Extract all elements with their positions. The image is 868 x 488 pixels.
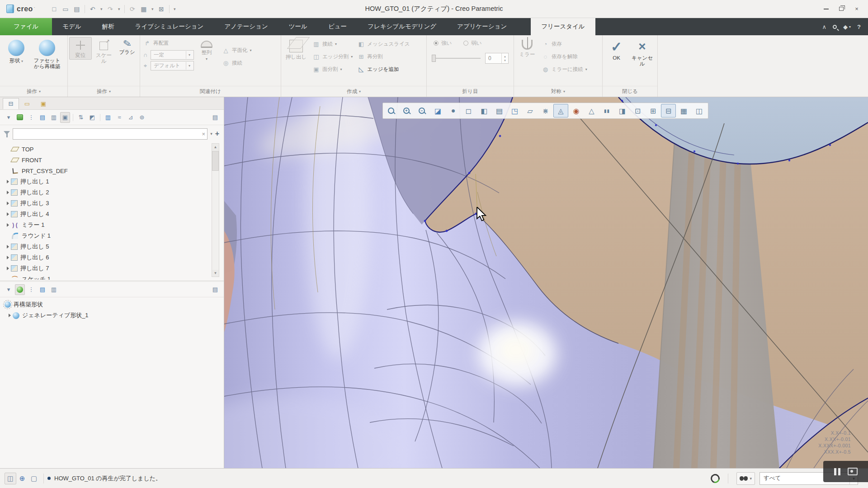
blank-page-button[interactable]: ▢ (28, 473, 40, 484)
show-next-button[interactable]: ◨ (615, 104, 630, 117)
tab-file[interactable]: ファイル (0, 18, 52, 35)
saved-orientations-button[interactable]: ▤ (492, 104, 507, 117)
filter-dropdown-caret[interactable]: ▾ (210, 131, 212, 136)
group-label-close[interactable]: 閉じる (603, 86, 657, 97)
tree-info-doc-button[interactable]: ▤ (210, 112, 220, 123)
tree-item-extrude-6[interactable]: 押し出し 6 (5, 252, 224, 263)
rebuild-detail-view-button[interactable]: ▥ (49, 284, 59, 295)
tree-filter-input[interactable]: × (13, 128, 208, 140)
tree-item-extrude-3[interactable]: 押し出し 3 (5, 198, 224, 209)
tree-columns-button[interactable]: ▣ (60, 112, 70, 123)
shading-style-button[interactable]: ● (446, 104, 461, 117)
rebuild-shape-header[interactable]: 再構築形状 (5, 299, 224, 310)
add-edge-button[interactable]: ◺ エッジを追加 (355, 63, 411, 75)
planarize-button[interactable]: △ 平面化▾ (220, 44, 254, 56)
cancel-button[interactable]: × キャンセル (630, 37, 655, 68)
tree-expand-caret[interactable]: ▾ (4, 112, 14, 123)
group-label-operations-2[interactable]: 操作▾ (68, 86, 140, 97)
zoom-in-button[interactable] (400, 104, 415, 117)
section-view-button[interactable]: ◧ (476, 104, 491, 117)
add-filter-button[interactable]: + (215, 130, 219, 138)
expander[interactable] (5, 180, 11, 183)
customize-qat-dropdown[interactable]: ▾ (172, 3, 178, 15)
expander[interactable] (5, 202, 11, 205)
tree-item-mirror-1[interactable]: ミラー 1 (5, 220, 224, 230)
tab-model-tree[interactable]: ⊟ (3, 98, 19, 109)
extrude-button[interactable]: 押し出し (283, 37, 310, 61)
expander[interactable] (5, 256, 11, 259)
rebuild-from-facet-button[interactable]: ファセットから再構築 (32, 37, 62, 71)
find-dropdown-caret[interactable]: ▾ (750, 476, 752, 481)
ok-button[interactable]: ✓ OK (606, 37, 627, 62)
learning-connector-icon[interactable]: ◆ ▾ (843, 23, 851, 30)
tree-item-top[interactable]: TOP (5, 144, 224, 155)
view-manager-button[interactable]: ◳ (507, 104, 522, 117)
tab-view[interactable]: ビュー (318, 18, 357, 35)
spin-center-button[interactable]: ◉ (569, 104, 584, 117)
connect-to-mirror-button[interactable]: ◍ ミラーに接続▾ (540, 63, 589, 75)
tree-options-dots[interactable]: ⋮ (26, 112, 36, 123)
tab-folder-browser[interactable]: ▭ (19, 98, 35, 109)
falloff-select[interactable]: 一定▾ (151, 50, 194, 60)
undo-dropdown[interactable]: ▾ (99, 3, 104, 15)
weak-radio[interactable]: 弱い (463, 40, 481, 47)
model-player-button[interactable]: ◫ (692, 104, 707, 117)
connect-create-button[interactable]: ▥ 接続▾ (311, 38, 354, 50)
tree-item-round-1[interactable]: ラウンド 1 (5, 230, 224, 241)
expander[interactable] (5, 245, 11, 249)
face-split-button[interactable]: ▣ 面分割▾ (311, 63, 354, 75)
rebuild-shape-button[interactable] (15, 284, 25, 295)
scale-button[interactable]: スケール (93, 37, 115, 66)
help-icon[interactable]: ? (857, 23, 861, 30)
tab-model[interactable]: モデル (52, 18, 91, 35)
video-thumbnail-icon[interactable] (848, 468, 858, 475)
displace-button[interactable]: 変位 (69, 37, 92, 60)
crease-slider[interactable] (432, 55, 481, 62)
display-style-button[interactable]: ◻ (461, 104, 476, 117)
expander[interactable] (5, 267, 11, 270)
rebuild-options-dots[interactable]: ⋮ (26, 284, 36, 295)
dependent-button[interactable]: ◔ 依存 (540, 38, 589, 50)
repaint-button[interactable]: ◪ (430, 104, 445, 117)
panel-toggle-button[interactable]: ◫ (5, 473, 16, 484)
clear-filter-icon[interactable]: × (202, 131, 206, 137)
tree-history-button[interactable]: ⊚ (137, 112, 147, 123)
tree-layers-button[interactable]: ≈ (114, 112, 124, 123)
refit-button[interactable]: ⊡ (630, 104, 645, 117)
regenerate-button[interactable]: ⟳ (127, 3, 138, 15)
save-button[interactable]: ▤ (71, 3, 82, 15)
video-pause-icon[interactable] (834, 468, 840, 475)
crease-value-input[interactable]: 0 ▴▾ (485, 53, 509, 64)
scroll-down-icon[interactable]: ▼ (212, 270, 219, 277)
minimize-button[interactable] (818, 3, 834, 15)
group-label-association[interactable]: 関連付け (140, 86, 281, 97)
frame-select[interactable]: デフォルト▾ (151, 61, 194, 70)
slider-handle[interactable] (432, 55, 436, 62)
align-button[interactable]: 整列▾ (195, 38, 218, 69)
model-node-button[interactable] (15, 112, 25, 123)
close-button[interactable]: × (849, 3, 864, 15)
rebuild-list-view-button[interactable]: ▤ (38, 284, 47, 295)
rebuild-expand-caret[interactable]: ▾ (4, 284, 14, 295)
find-button[interactable]: ▾ (736, 472, 755, 485)
tab-flexible-modeling[interactable]: フレキシブルモデリング (357, 18, 447, 35)
search-icon[interactable] (833, 25, 837, 29)
tree-save-settings-button[interactable]: ◩ (87, 112, 97, 123)
tree-item-extrude-7[interactable]: 押し出し 7 (5, 263, 224, 274)
pause-display-button[interactable]: ▮▮ (599, 104, 614, 117)
restore-button[interactable] (834, 3, 849, 15)
tree-item-extrude-1[interactable]: 押し出し 1 (5, 176, 224, 187)
tab-freestyle-active[interactable]: フリースタイル (531, 18, 595, 35)
web-browser-button[interactable]: ⊕ (16, 473, 28, 484)
spinner[interactable]: ▴▾ (501, 53, 508, 63)
tree-item-extrude-5[interactable]: 押し出し 5 (5, 241, 224, 252)
mesh-slice-button[interactable]: ◧ メッシュスライス (355, 38, 411, 50)
windows-button[interactable]: ▦ (138, 3, 149, 15)
open-button[interactable]: ▭ (60, 3, 71, 15)
new-file-button[interactable]: □ (49, 3, 60, 15)
subdivide-button[interactable]: ⊞ 再分割 (355, 51, 411, 62)
gallery-button[interactable]: ▦ (676, 104, 691, 117)
tree-list-view-button[interactable]: ▤ (38, 112, 47, 123)
shape-button[interactable]: 形状 ▾ (1, 37, 31, 66)
selection-list-button[interactable]: ⊟ (661, 104, 676, 117)
